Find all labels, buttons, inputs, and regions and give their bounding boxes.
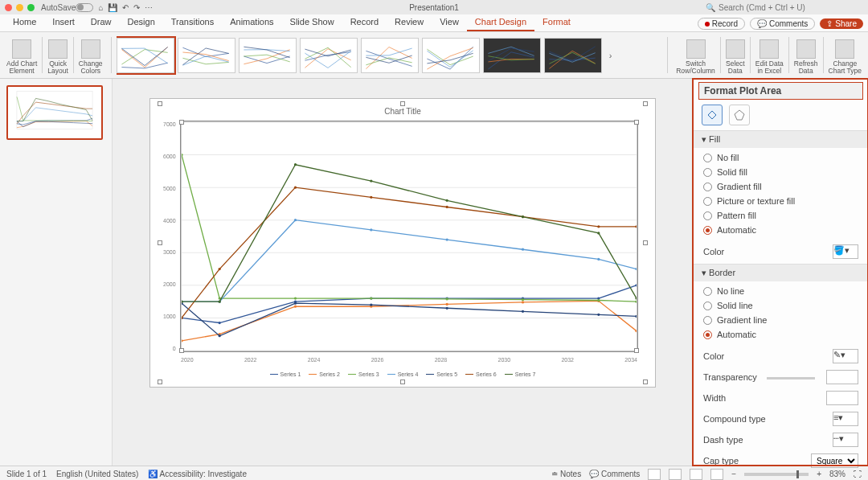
chart-style-1[interactable] — [117, 38, 174, 73]
ribbon-select-data[interactable]: Select Data — [723, 34, 748, 76]
chart-object[interactable]: Chart Title 7000600050004000300020001000… — [160, 104, 645, 382]
legend-item[interactable]: Series 7 — [505, 371, 536, 377]
fill-option-automatic[interactable]: Automatic — [703, 225, 858, 235]
redo-icon[interactable]: ↷ — [133, 3, 140, 12]
comments-button[interactable]: 💬 Comments — [750, 18, 815, 30]
effects-tab[interactable] — [729, 105, 750, 125]
slide-canvas[interactable]: Chart Title 7000600050004000300020001000… — [113, 79, 693, 466]
minimize-window[interactable] — [16, 4, 23, 11]
language-indicator[interactable]: English (United States) — [56, 470, 138, 478]
transparency-input[interactable] — [826, 370, 858, 384]
tab-animations[interactable]: Animations — [222, 14, 281, 31]
zoom-slider[interactable] — [744, 473, 809, 476]
accessibility-indicator[interactable]: ♿ Accessibility: Investigate — [148, 470, 247, 478]
tab-insert[interactable]: Insert — [44, 14, 83, 31]
legend-item[interactable]: Series 6 — [465, 371, 497, 377]
border-color-picker[interactable]: ✎▾ — [833, 349, 858, 363]
fill-option-picture-or-texture-fill[interactable]: Picture or texture fill — [703, 196, 858, 206]
fill-line-tab[interactable] — [702, 105, 723, 125]
border-option-gradient-line[interactable]: Gradient line — [703, 315, 858, 325]
border-section-header[interactable]: ▾ Border — [694, 264, 868, 281]
slide[interactable]: Chart Title 7000600050004000300020001000… — [149, 98, 656, 388]
save-icon[interactable]: 💾 — [108, 3, 117, 12]
chart-style-8[interactable] — [544, 38, 602, 73]
resize-handle[interactable] — [643, 379, 648, 384]
autosave-toggle[interactable] — [76, 3, 93, 12]
fill-section-header[interactable]: ▾ Fill — [694, 130, 868, 148]
chart-style-4[interactable] — [300, 38, 358, 73]
resize-handle[interactable] — [158, 379, 162, 384]
chart-style-7[interactable] — [483, 38, 541, 73]
tab-design[interactable]: Design — [120, 14, 163, 31]
undo-icon[interactable]: ↶ — [122, 3, 129, 12]
fill-option-gradient-fill[interactable]: Gradient fill — [703, 182, 858, 191]
tab-chart-design[interactable]: Chart Design — [467, 14, 534, 31]
fit-to-window[interactable]: ⛶ — [854, 470, 862, 478]
chart-legend[interactable]: Series 1Series 2Series 3Series 4Series 5… — [160, 371, 645, 377]
legend-item[interactable]: Series 2 — [309, 371, 340, 377]
resize-handle[interactable] — [643, 101, 648, 106]
ribbon-refresh-data[interactable]: Refresh Data — [791, 34, 821, 76]
slide-thumbnail-pane[interactable] — [0, 79, 113, 466]
fill-option-no-fill[interactable]: No fill — [703, 153, 858, 162]
tab-home[interactable]: Home — [5, 14, 44, 31]
tab-draw[interactable]: Draw — [83, 14, 120, 31]
fill-option-solid-fill[interactable]: Solid fill — [703, 167, 858, 177]
legend-item[interactable]: Series 1 — [270, 371, 301, 377]
tab-slide-show[interactable]: Slide Show — [282, 14, 342, 31]
view-reading[interactable] — [690, 469, 702, 480]
view-sorter[interactable] — [669, 469, 682, 480]
ribbon-add-chart-element[interactable]: Add Chart Element — [3, 34, 40, 76]
ribbon-switch-row-column[interactable]: Switch Row/Column — [673, 34, 719, 76]
transparency-slider[interactable] — [767, 377, 815, 379]
search-box[interactable]: 🔍 — [706, 3, 863, 12]
ribbon-quick-layout[interactable]: Quick Layout — [44, 34, 72, 76]
styles-scroll-right[interactable]: › — [605, 51, 616, 60]
ribbon-change-colors[interactable]: Change Colors — [76, 34, 106, 76]
search-input[interactable] — [719, 3, 863, 12]
cap-type-select[interactable]: Square — [811, 453, 858, 468]
legend-item[interactable]: Series 3 — [348, 371, 379, 377]
plot-resize-handle[interactable] — [179, 120, 184, 125]
tab-record[interactable]: Record — [342, 14, 387, 31]
resize-handle[interactable] — [643, 240, 648, 245]
share-button[interactable]: ⇪ Share — [820, 18, 863, 29]
more-icon[interactable]: ⋯ — [145, 3, 153, 12]
record-button[interactable]: Record — [698, 18, 745, 30]
resize-handle[interactable] — [158, 240, 162, 245]
plot-resize-handle[interactable] — [634, 348, 639, 353]
border-option-automatic[interactable]: Automatic — [703, 330, 858, 339]
border-option-no-line[interactable]: No line — [703, 286, 858, 296]
tab-format[interactable]: Format — [534, 14, 579, 31]
tab-view[interactable]: View — [432, 14, 467, 31]
width-input[interactable] — [826, 391, 858, 405]
notes-button[interactable]: ≐ Notes — [551, 470, 581, 478]
ribbon-change-chart-type[interactable]: Change Chart Type — [825, 34, 865, 76]
view-normal[interactable] — [648, 469, 661, 480]
resize-handle[interactable] — [158, 101, 162, 106]
tab-review[interactable]: Review — [387, 14, 432, 31]
zoom-level[interactable]: 83% — [829, 470, 845, 478]
dash-type-picker[interactable]: ┄▾ — [833, 433, 858, 447]
chart-style-6[interactable] — [422, 38, 480, 73]
resize-handle[interactable] — [400, 379, 405, 384]
border-option-solid-line[interactable]: Solid line — [703, 301, 858, 310]
legend-item[interactable]: Series 5 — [426, 371, 457, 377]
plot-resize-handle[interactable] — [179, 348, 184, 353]
view-slideshow[interactable] — [710, 469, 723, 480]
plot-resize-handle[interactable] — [634, 120, 639, 125]
tab-transitions[interactable]: Transitions — [163, 14, 222, 31]
fill-color-picker[interactable]: 🪣▾ — [833, 244, 858, 259]
slide-thumb-1[interactable] — [6, 85, 103, 140]
ribbon-edit-data-in-excel[interactable]: Edit Data in Excel — [752, 34, 787, 76]
chart-style-3[interactable] — [239, 38, 297, 73]
zoom-out[interactable]: − — [731, 470, 736, 478]
legend-item[interactable]: Series 4 — [387, 371, 419, 377]
comments-status-button[interactable]: 💬 Comments — [589, 470, 640, 478]
slide-indicator[interactable]: Slide 1 of 1 — [6, 470, 47, 478]
compound-type-picker[interactable]: ≡▾ — [833, 412, 858, 426]
home-icon[interactable]: ⌂ — [98, 3, 103, 12]
chart-styles-gallery[interactable]: › — [117, 34, 663, 76]
fill-option-pattern-fill[interactable]: Pattern fill — [703, 211, 858, 220]
plot-area[interactable] — [181, 121, 637, 351]
